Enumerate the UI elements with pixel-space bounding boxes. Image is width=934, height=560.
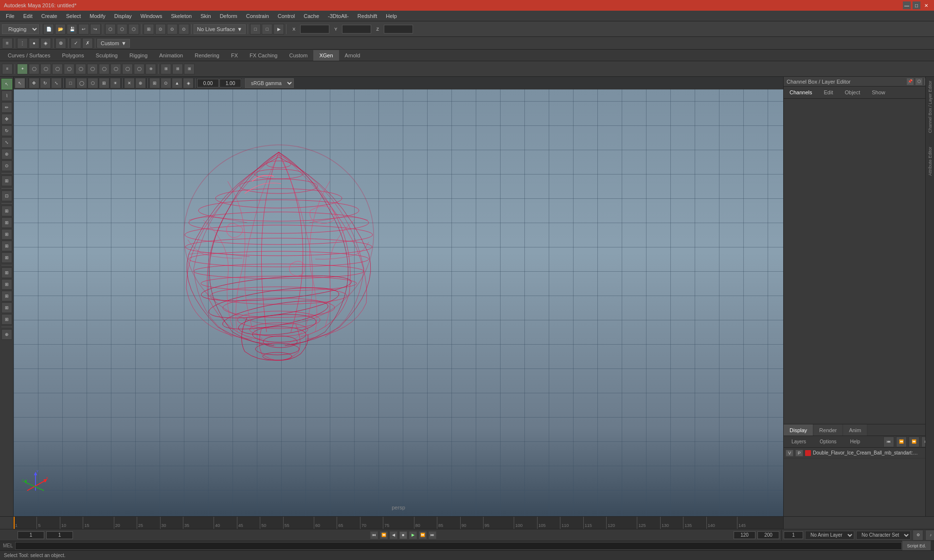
lasso-btn[interactable]: ⬡	[117, 24, 127, 35]
vp-light-btn[interactable]: ☀	[110, 78, 121, 88]
pb-skip-end-btn[interactable]: ⏭	[429, 531, 436, 539]
menu-constrain[interactable]: Constrain	[242, 11, 273, 21]
select-object-btn[interactable]: ●	[29, 38, 39, 49]
display-btn2[interactable]: ⊞	[1, 279, 12, 290]
shelf-btn-15[interactable]: ⊞	[184, 64, 195, 74]
le-tab-render[interactable]: Render	[813, 424, 843, 436]
anim-layer-dropdown[interactable]: No Anim Layer	[805, 531, 854, 540]
select-hierarchy-btn[interactable]: ⋮	[17, 38, 28, 49]
cb-tab-object[interactable]: Object	[843, 88, 862, 96]
render-settings-btn[interactable]: □	[250, 24, 261, 35]
vp-snap-grid-btn[interactable]: ⊞	[149, 78, 160, 88]
menu-skin[interactable]: Skin	[197, 11, 215, 21]
vp-rotate-btn[interactable]: ↻	[40, 78, 51, 88]
maximize-button[interactable]: □	[913, 1, 920, 9]
open-scene-btn[interactable]: 📂	[55, 24, 66, 35]
tab-custom[interactable]: Custom	[284, 50, 314, 61]
select-component-btn[interactable]: ◈	[40, 38, 51, 49]
snap-point-btn[interactable]: ⊙	[167, 24, 178, 35]
menu-edit[interactable]: Edit	[19, 11, 36, 21]
range-end-input[interactable]	[734, 531, 755, 539]
range-start-input[interactable]	[18, 531, 44, 539]
cb-tab-edit[interactable]: Edit	[822, 88, 835, 96]
vp-wire-btn[interactable]: ⬡	[88, 78, 98, 88]
vp-active-btn[interactable]: ⊕	[135, 78, 146, 88]
snap-view-btn[interactable]: ⊙	[179, 24, 189, 35]
shelf-btn-8[interactable]: ◯	[99, 64, 109, 74]
show-manip-btn[interactable]: ⊞	[1, 175, 12, 186]
tab-polygons[interactable]: Polygons	[56, 50, 90, 61]
lasso-tool-btn[interactable]: ⌇	[1, 90, 12, 101]
vp-xray-btn[interactable]: ✕	[124, 78, 135, 88]
shelf-btn-3[interactable]: ◯	[40, 64, 51, 74]
vp-box-btn[interactable]: □	[65, 78, 76, 88]
snap-curve-btn[interactable]: ⊙	[155, 24, 166, 35]
tab-xgen[interactable]: XGen	[313, 50, 339, 61]
menu-cache[interactable]: Cache	[300, 11, 323, 21]
layer-visibility[interactable]: V	[786, 450, 793, 456]
command-input[interactable]	[15, 542, 902, 550]
redo-btn[interactable]: ↪	[90, 24, 101, 35]
pb-step-fwd-btn[interactable]: ⏩	[419, 531, 427, 539]
undo-btn[interactable]: ↩	[78, 24, 89, 35]
pb-play-back-btn[interactable]: ◀	[390, 531, 397, 539]
le-first-btn[interactable]: ⏮	[883, 437, 894, 447]
pb-skip-start-btn[interactable]: ⏮	[370, 531, 378, 539]
shelf-btn-12[interactable]: ⊕	[145, 64, 156, 74]
pb-step-back-btn[interactable]: ⏪	[380, 531, 388, 539]
scale-tool-btn[interactable]: ⤡	[1, 137, 12, 148]
cb-tab-show[interactable]: Show	[870, 88, 887, 96]
vp-scale-btn[interactable]: ⤡	[51, 78, 62, 88]
menu-select[interactable]: Select	[62, 11, 85, 21]
paint-tool-btn[interactable]: ✏	[1, 102, 12, 113]
paint-select-btn[interactable]: ⬡	[128, 24, 139, 35]
le-help-menu[interactable]: Help	[844, 438, 866, 445]
shelf-btn-10[interactable]: ◯	[122, 64, 133, 74]
tab-fx-caching[interactable]: FX Caching	[244, 50, 283, 61]
cb-expand-btn[interactable]: ⬡	[916, 78, 922, 85]
input-z-value[interactable]	[384, 25, 413, 34]
script-editor-btn[interactable]: Script Ed.	[902, 541, 931, 551]
input-y-value[interactable]	[342, 25, 371, 34]
last-tool-btn[interactable]: ⊡	[1, 191, 12, 201]
soft-mod-btn[interactable]: ⊙	[1, 160, 12, 171]
input-x-value[interactable]	[300, 25, 329, 34]
cb-pin-btn[interactable]: 📌	[907, 78, 914, 85]
vp-value2-input[interactable]	[219, 79, 241, 88]
camera5-btn[interactable]: ⊞	[1, 252, 12, 263]
timeline-playhead[interactable]	[14, 517, 15, 529]
camera4-btn[interactable]: ⊞	[1, 241, 12, 251]
custom-dropdown[interactable]: Custom ▼	[97, 39, 130, 48]
select-tool-btn[interactable]: ↖	[1, 79, 12, 89]
menu-display[interactable]: Display	[110, 11, 136, 21]
shelf-btn-5[interactable]: ◯	[64, 64, 74, 74]
tab-rigging[interactable]: Rigging	[124, 50, 153, 61]
tab-arnold[interactable]: Arnold	[339, 50, 366, 61]
pb-play-btn[interactable]: ▶	[409, 531, 417, 539]
tab-curves-surfaces[interactable]: Curves / Surfaces	[2, 50, 56, 61]
universal-manip-btn[interactable]: ⊛	[1, 149, 12, 159]
vp-move-btn[interactable]: ✥	[29, 78, 39, 88]
menu-redshift[interactable]: Redshift	[354, 11, 381, 21]
tab-animation[interactable]: Animation	[153, 50, 189, 61]
le-layers-menu[interactable]: Layers	[786, 438, 812, 445]
rotate-tool-btn[interactable]: ↻	[1, 125, 12, 136]
shelf-btn-9[interactable]: ◯	[110, 64, 121, 74]
pb-settings-btn[interactable]: ⚙	[913, 530, 923, 541]
layer-row-1[interactable]: V P Double_Flavor_Ice_Cream_Ball_mb_stan…	[784, 448, 934, 458]
vp-snap-curve-btn[interactable]: ⊙	[161, 78, 171, 88]
menu-modify[interactable]: Modify	[86, 11, 109, 21]
vp-smooth-btn[interactable]: ◯	[76, 78, 87, 88]
no-live-surface-btn[interactable]: No Live Surface ▼	[194, 24, 246, 34]
pb-stop-btn[interactable]: ■	[399, 531, 407, 539]
layer-playback[interactable]: P	[795, 450, 803, 456]
vp-select-btn[interactable]: ↖	[15, 78, 25, 88]
tab-sculpting[interactable]: Sculpting	[90, 50, 124, 61]
camera3-btn[interactable]: ⊞	[1, 229, 12, 240]
history-on-btn[interactable]: ✓	[71, 38, 81, 49]
delete-history-btn[interactable]: ✗	[82, 38, 93, 49]
gamma-dropdown[interactable]: sRGB gamma	[245, 78, 294, 88]
character-set-dropdown[interactable]: No Character Set	[856, 531, 911, 540]
close-button[interactable]: ✕	[922, 1, 930, 9]
select-mode-btn[interactable]: ⬡	[105, 24, 116, 35]
